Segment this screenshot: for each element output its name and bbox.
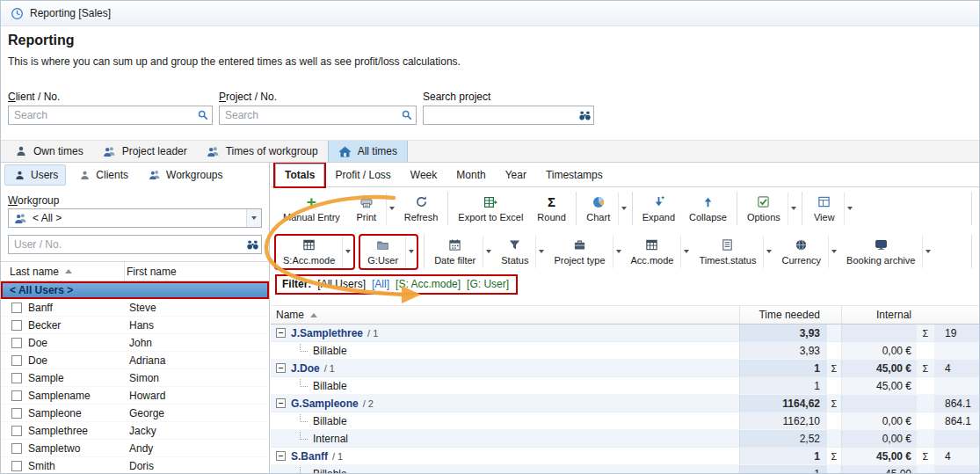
report-child-row[interactable]: Billable 1162,10 0,00 € 864.1 — [271, 412, 979, 430]
group-user-button[interactable]: G:User — [360, 236, 417, 268]
print-dropdown-arrow[interactable] — [386, 193, 397, 225]
sort-acc-mode-button[interactable]: S:Acc.mode — [276, 236, 353, 268]
sort-dropdown-arrow[interactable] — [342, 236, 353, 268]
internal-column[interactable]: Internal — [841, 306, 917, 324]
tab-week[interactable]: Week — [402, 164, 446, 186]
user-row[interactable]: SamplethreeJacky — [1, 422, 269, 440]
user-row[interactable]: SampleoneGeorge — [1, 405, 269, 422]
user-row[interactable]: DoeAdriana — [1, 352, 269, 369]
print-button[interactable]: Print — [347, 193, 397, 225]
user-row[interactable]: BanffSteve — [1, 299, 269, 317]
report-child-row[interactable]: Billable 1 45,00 € — [271, 377, 979, 395]
project-type-button[interactable]: Project type — [547, 236, 623, 268]
last-name-column[interactable]: Last name — [10, 266, 59, 278]
collapse-node-icon[interactable] — [276, 328, 286, 338]
tab-users[interactable]: Users — [4, 164, 66, 186]
round-button[interactable]: Round — [530, 193, 572, 225]
tab-project-leader[interactable]: Project leader — [93, 141, 197, 162]
date-filter-button[interactable]: Date filter — [427, 236, 494, 268]
status-dropdown-arrow[interactable] — [535, 236, 547, 268]
tab-clients[interactable]: Clients — [69, 164, 136, 186]
search-project-input[interactable] — [423, 106, 594, 125]
tab-times-of-workgroup[interactable]: Times of workgroup — [197, 141, 328, 162]
chart-dropdown-arrow[interactable] — [618, 193, 629, 225]
view-button[interactable]: View — [805, 193, 855, 225]
project-search-input[interactable] — [219, 106, 417, 125]
report-child-row[interactable]: Billable 1 45,00 — [271, 465, 979, 473]
user-row[interactable]: SampleSimon — [1, 369, 269, 387]
timest-status-button[interactable]: Timest.status — [692, 236, 774, 268]
tab-profit-loss[interactable]: Profit / Loss — [326, 164, 399, 186]
workgroup-select[interactable]: < All > — [8, 208, 262, 228]
user-row[interactable]: BeckerHans — [1, 317, 269, 334]
options-button[interactable]: Options — [740, 193, 799, 225]
client-search-input[interactable] — [8, 106, 213, 125]
tab-year[interactable]: Year — [497, 164, 535, 186]
collapse-node-icon[interactable] — [276, 451, 286, 461]
user-row[interactable]: SampletwoAndy — [1, 440, 269, 457]
view-dropdown-arrow[interactable] — [844, 193, 855, 225]
acc-mode-dropdown-arrow[interactable] — [680, 236, 692, 268]
currency-button[interactable]: Currency — [774, 236, 839, 268]
acc-mode-button[interactable]: Acc.mode — [624, 236, 693, 268]
collapse-node-icon[interactable] — [276, 363, 286, 373]
tab-all-times[interactable]: All times — [328, 141, 408, 162]
refresh-button[interactable]: Refresh — [397, 193, 446, 225]
chart-button[interactable]: Chart — [579, 193, 629, 225]
time-needed-column[interactable]: Time needed — [739, 306, 827, 324]
user-list-header[interactable]: Last name First name — [1, 262, 269, 281]
report-group-row[interactable]: G.Sampleone/ 2 1164,62 Σ 864.1 — [271, 395, 979, 412]
checkbox[interactable] — [11, 373, 22, 383]
project-type-dropdown-arrow[interactable] — [613, 236, 624, 268]
user-search-field[interactable] — [9, 237, 243, 252]
manual-entry-button[interactable]: Manual Entry — [276, 193, 347, 225]
all-users-row[interactable]: < All Users > — [1, 281, 269, 299]
export-to-excel-button[interactable]: Export to Excel — [451, 193, 530, 225]
chevron-down-icon[interactable] — [246, 209, 261, 227]
first-name-column[interactable]: First name — [127, 266, 177, 278]
report-group-row[interactable]: S.Banff/ 1 1 Σ 45,00 € Σ 4 — [271, 448, 979, 465]
collapse-node-icon[interactable] — [276, 398, 286, 408]
checkbox[interactable] — [11, 303, 22, 313]
binoculars-icon — [576, 109, 593, 122]
report-group-row[interactable]: J.Doe/ 1 1 Σ 45,00 € Σ 4 — [271, 360, 979, 377]
checkbox[interactable] — [11, 461, 22, 471]
project-search-field[interactable] — [220, 107, 398, 123]
report-table-header[interactable]: Name Time needed Internal — [271, 305, 979, 325]
group-dropdown-arrow[interactable] — [405, 236, 417, 268]
user-search-input[interactable] — [8, 235, 262, 254]
report-child-row[interactable]: Billable 3,93 0,00 € — [271, 342, 979, 360]
tab-month[interactable]: Month — [447, 164, 494, 186]
checkbox[interactable] — [11, 338, 22, 348]
tab-own-times[interactable]: Own times — [4, 141, 93, 162]
checkbox[interactable] — [11, 320, 22, 331]
currency-dropdown-arrow[interactable] — [828, 236, 839, 268]
booking-archive-button[interactable]: Booking archive — [839, 236, 933, 268]
timest-status-dropdown-arrow[interactable] — [763, 236, 774, 268]
client-search-field[interactable] — [9, 107, 194, 123]
tab-timestamps[interactable]: Timestamps — [537, 164, 612, 186]
search-project-field[interactable] — [424, 107, 576, 123]
project-label: Project / No. — [219, 91, 277, 103]
status-button[interactable]: Status — [494, 236, 547, 268]
report-group-row[interactable]: J.Samplethree/ 1 3,93 Σ 19 — [271, 325, 979, 342]
user-row[interactable]: SmithDoris — [1, 457, 269, 473]
collapse-icon — [701, 195, 715, 209]
name-column[interactable]: Name — [276, 309, 304, 321]
window-title: Reporting [Sales] — [30, 7, 111, 19]
checkbox[interactable] — [11, 390, 22, 401]
report-child-row[interactable]: Internal 2,52 0,00 € — [271, 430, 979, 448]
collapse-button[interactable]: Collapse — [682, 193, 734, 225]
tab-totals[interactable]: Totals — [275, 164, 324, 186]
user-row[interactable]: DoeJohn — [1, 334, 269, 352]
date-filter-dropdown-arrow[interactable] — [483, 236, 494, 268]
checkbox[interactable] — [11, 408, 22, 419]
checkbox[interactable] — [11, 426, 22, 436]
checkbox[interactable] — [11, 355, 22, 366]
checkbox[interactable] — [11, 443, 22, 454]
options-dropdown-arrow[interactable] — [788, 193, 799, 225]
user-row[interactable]: SamplenameHoward — [1, 387, 269, 405]
expand-button[interactable]: Expand — [635, 193, 682, 225]
booking-archive-dropdown-arrow[interactable] — [922, 236, 933, 268]
tab-workgroups[interactable]: Workgroups — [140, 164, 230, 186]
